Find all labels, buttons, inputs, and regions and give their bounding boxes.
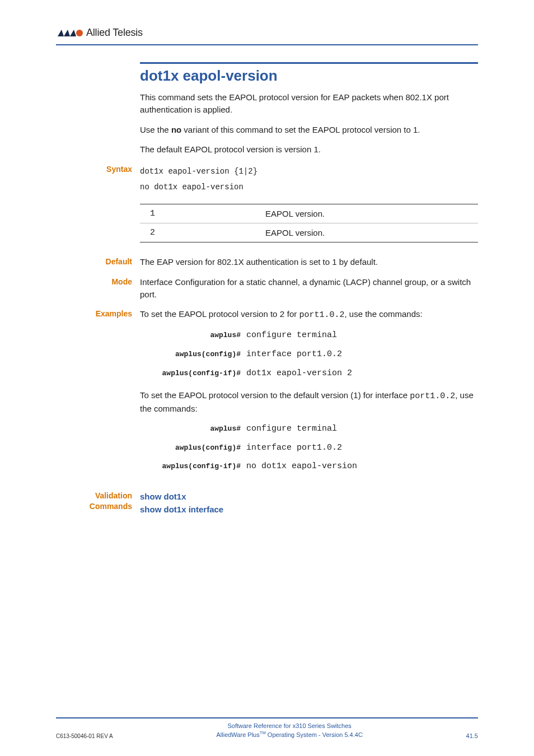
syntax-line-1: dot1x eapol-version {1|2} (140, 164, 478, 179)
intro-paragraph-3: The default EAPOL protocol version is ve… (140, 143, 478, 156)
footer-doc-id: C613-50046-01 REV A (56, 733, 113, 739)
cli-command: interface port1.0.2 (246, 442, 342, 454)
cli-command: dot1x eapol-version 2 (246, 367, 352, 380)
svg-point-3 (76, 30, 83, 36)
intro-paragraph-2: Use the no variant of this command to se… (140, 124, 478, 136)
intro-paragraph-1: This command sets the EAPOL protocol ver… (140, 91, 478, 116)
page-footer: C613-50046-01 REV A Software Reference f… (56, 717, 478, 739)
param-desc: EAPOL version. (255, 204, 478, 223)
cli-row: awplus(config-if)# no dot1x eapol-versio… (140, 460, 478, 473)
cli-prompt: awplus# (140, 330, 246, 341)
cli-row: awplus# configure terminal (140, 423, 478, 435)
footer-center: Software Reference for x310 Series Switc… (216, 722, 362, 739)
title-rule (140, 62, 478, 64)
parameter-table: 1 EAPOL version. 2 EAPOL version. (140, 204, 478, 242)
svg-marker-2 (70, 30, 76, 36)
logo-mark-icon (56, 27, 83, 39)
label-mode: Mode (56, 276, 140, 287)
cli-row: awplus# configure terminal (140, 329, 478, 342)
brand-name: Allied Telesis (86, 27, 143, 39)
param-value: 2 (140, 223, 255, 242)
cli-command: configure terminal (246, 329, 337, 342)
footer-rule (56, 717, 478, 718)
mode-text: Interface Configuration for a static cha… (140, 276, 478, 301)
cli-prompt: awplus(config-if)# (140, 368, 246, 379)
brand-logo: Allied Telesis (56, 27, 143, 39)
label-default: Default (56, 256, 140, 267)
label-examples: Examples (56, 308, 140, 319)
cli-block-1: awplus# configure terminal awplus(config… (140, 329, 478, 379)
cli-prompt: awplus# (140, 424, 246, 435)
example-intro-2: To set the EAPOL protocol version to the… (140, 389, 478, 415)
svg-marker-0 (58, 30, 64, 36)
default-text: The EAP version for 802.1X authenticatio… (140, 256, 478, 268)
page-header: Allied Telesis (56, 27, 478, 39)
cli-block-2: awplus# configure terminal awplus(config… (140, 423, 478, 473)
example-intro-1: To set the EAPOL protocol version to 2 f… (140, 308, 478, 321)
param-desc: EAPOL version. (255, 223, 478, 242)
cli-row: awplus(config)# interface port1.0.2 (140, 348, 478, 361)
header-rule (56, 44, 478, 45)
param-value: 1 (140, 204, 255, 223)
link-show-dot1x[interactable]: show dot1x (140, 491, 478, 503)
cli-row: awplus(config-if)# dot1x eapol-version 2 (140, 367, 478, 380)
label-validation: Validation Commands (56, 491, 140, 512)
table-row: 1 EAPOL version. (140, 204, 478, 223)
table-row: 2 EAPOL version. (140, 223, 478, 242)
cli-command: configure terminal (246, 423, 337, 435)
cli-prompt: awplus(config)# (140, 349, 246, 360)
cli-row: awplus(config)# interface port1.0.2 (140, 442, 478, 454)
cli-prompt: awplus(config)# (140, 443, 246, 454)
label-syntax: Syntax (56, 164, 140, 175)
cli-command: interface port1.0.2 (246, 348, 342, 361)
footer-page-number: 41.5 (466, 732, 478, 739)
cli-command: no dot1x eapol-version (246, 460, 357, 473)
svg-marker-1 (64, 30, 70, 36)
syntax-line-2: no dot1x eapol-version (140, 179, 478, 195)
cli-prompt: awplus(config-if)# (140, 461, 246, 472)
link-show-dot1x-interface[interactable]: show dot1x interface (140, 503, 478, 516)
command-title: dot1x eapol-version (140, 67, 478, 85)
